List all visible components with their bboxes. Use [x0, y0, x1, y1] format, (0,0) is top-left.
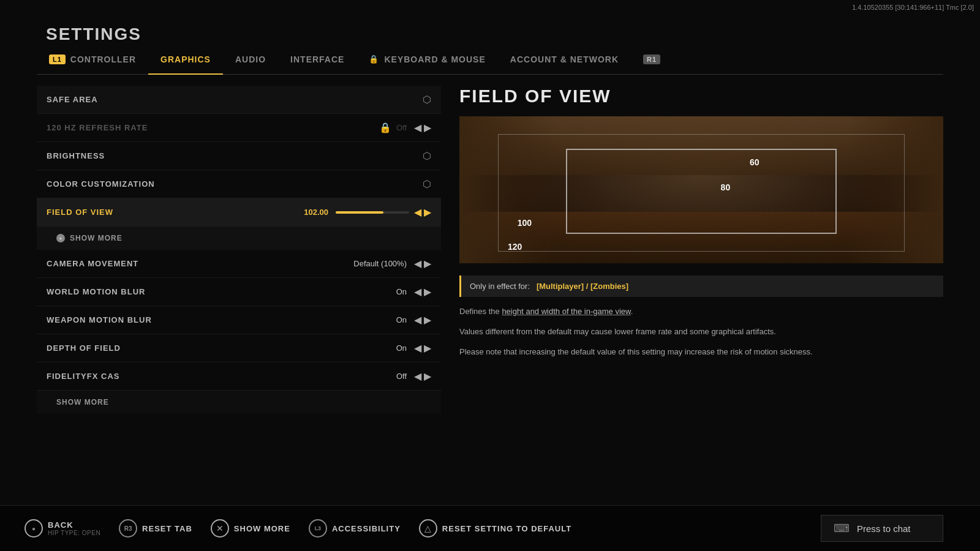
detail-description-1: Defines the height and width of the in-g…	[459, 305, 943, 318]
fidelityfx-cas-left-arrow[interactable]: ◀	[414, 370, 421, 382]
setting-row-world-motion-blur[interactable]: WORLD MOTION BLUR On ◀ ▶	[37, 278, 441, 306]
desc1-suffix: .	[631, 307, 633, 316]
detail-title: FIELD OF VIEW	[459, 86, 943, 107]
back-label: BACK	[48, 520, 100, 530]
world-motion-blur-value: On	[396, 287, 407, 296]
brightness-label: BRIGHTNESS	[47, 151, 423, 160]
weapon-motion-blur-arrows[interactable]: ◀ ▶	[414, 314, 431, 326]
setting-row-refresh-rate[interactable]: 120 HZ REFRESH RATE 🔒 Off ◀ ▶	[37, 114, 441, 142]
fidelityfx-cas-arrows[interactable]: ◀ ▶	[414, 370, 431, 382]
field-of-view-slider-container[interactable]	[336, 211, 409, 214]
tab-graphics[interactable]: GRAPHICS	[148, 44, 223, 75]
fov-label-100: 100	[518, 218, 532, 228]
show-more-btn-symbol: ✕	[216, 523, 224, 533]
weapon-motion-blur-label: WEAPON MOTION BLUR	[47, 315, 396, 324]
chat-keyboard-icon: ⌨	[834, 522, 850, 535]
accessibility-label: ACCESSIBILITY	[332, 524, 401, 533]
accessibility-action[interactable]: L3 ACCESSIBILITY	[309, 519, 401, 538]
show-more-bottom[interactable]: SHOW MORE	[37, 391, 441, 414]
fov-label-120: 120	[508, 242, 522, 252]
tab-keyboard[interactable]: 🔒 KEYBOARD & MOUSE	[356, 44, 497, 75]
reset-tab-button-icon[interactable]: R3	[119, 519, 137, 538]
page-title: SETTINGS	[46, 24, 141, 44]
reset-tab-action[interactable]: R3 RESET TAB	[119, 519, 192, 538]
back-sub-label: HIP TYPE: OPEN	[48, 530, 100, 536]
field-of-view-arrows[interactable]: ◀ ▶	[414, 206, 431, 218]
press-to-chat[interactable]: ⌨ Press to chat	[821, 515, 943, 542]
detail-note-prefix: Only in effect for:	[470, 282, 530, 291]
depth-of-field-right-arrow[interactable]: ▶	[424, 342, 431, 354]
world-motion-blur-right-arrow[interactable]: ▶	[424, 286, 431, 298]
detail-note: Only in effect for: [Multiplayer] / [Zom…	[459, 276, 943, 297]
field-of-view-right-arrow[interactable]: ▶	[424, 206, 431, 218]
tab-interface[interactable]: INTERFACE	[278, 44, 356, 75]
tab-graphics-label: GRAPHICS	[160, 54, 211, 64]
field-of-view-value: 102.00	[304, 208, 328, 217]
accessibility-btn-symbol: L3	[315, 525, 322, 531]
reset-default-action[interactable]: △ RESET SETTING TO DEFAULT	[419, 519, 571, 538]
show-more-button-icon[interactable]: ✕	[211, 519, 229, 538]
refresh-rate-value: Off	[396, 123, 407, 132]
world-motion-blur-arrows[interactable]: ◀ ▶	[414, 286, 431, 298]
weapon-motion-blur-value: On	[396, 315, 407, 324]
show-more-label-2: SHOW MORE	[56, 398, 109, 407]
depth-of-field-left-arrow[interactable]: ◀	[414, 342, 421, 354]
fov-preview: 60 80 100 120	[459, 116, 943, 263]
reset-tab-btn-symbol: R3	[124, 525, 132, 532]
detail-description-3: Please note that increasing the default …	[459, 346, 943, 359]
desc1-link: height and width of the in-game view	[502, 307, 630, 316]
back-button-icon[interactable]: ●	[24, 519, 43, 538]
depth-of-field-value: On	[396, 343, 407, 353]
color-customization-label: COLOR CUSTOMIZATION	[47, 179, 423, 189]
tab-interface-label: INTERFACE	[290, 54, 344, 64]
setting-row-camera-movement[interactable]: CAMERA MOVEMENT Default (100%) ◀ ▶	[37, 250, 441, 278]
refresh-rate-arrows[interactable]: ◀ ▶	[414, 122, 431, 133]
brightness-external-icon: ⬡	[423, 150, 431, 162]
reset-default-button-icon[interactable]: △	[419, 519, 437, 538]
camera-movement-arrows[interactable]: ◀ ▶	[414, 258, 431, 269]
field-of-view-slider-fill	[336, 211, 383, 214]
field-of-view-left-arrow[interactable]: ◀	[414, 206, 421, 218]
depth-of-field-arrows[interactable]: ◀ ▶	[414, 342, 431, 354]
tab-audio[interactable]: AUDIO	[223, 44, 278, 75]
accessibility-button-icon[interactable]: L3	[309, 519, 327, 538]
tab-account[interactable]: ACCOUNT & NETWORK	[498, 44, 631, 75]
field-of-view-label: FIELD OF VIEW	[47, 208, 304, 217]
reset-tab-label: RESET TAB	[142, 524, 192, 533]
setting-row-color-customization[interactable]: COLOR CUSTOMIZATION ⬡	[37, 170, 441, 198]
setting-row-fidelityfx-cas[interactable]: FIDELITYFX CAS Off ◀ ▶	[37, 362, 441, 391]
setting-row-weapon-motion-blur[interactable]: WEAPON MOTION BLUR On ◀ ▶	[37, 306, 441, 334]
main-content: SAFE AREA ⬡ 120 HZ REFRESH RATE 🔒 Off ◀ …	[37, 86, 943, 502]
world-motion-blur-left-arrow[interactable]: ◀	[414, 286, 421, 298]
show-more-action[interactable]: ✕ SHOW MORE	[211, 519, 290, 538]
setting-row-brightness[interactable]: BRIGHTNESS ⬡	[37, 142, 441, 170]
bottom-bar: ● BACK HIP TYPE: OPEN R3 RESET TAB ✕ SHO…	[0, 505, 980, 551]
show-more-action-label: SHOW MORE	[234, 524, 290, 533]
version-info: 1.4.10520355 [30:141:966+11] Tmc [2.0]	[852, 4, 974, 11]
weapon-motion-blur-right-arrow[interactable]: ▶	[424, 314, 431, 326]
setting-row-depth-of-field[interactable]: DEPTH OF FIELD On ◀ ▶	[37, 334, 441, 362]
weapon-motion-blur-left-arrow[interactable]: ◀	[414, 314, 421, 326]
settings-list: SAFE AREA ⬡ 120 HZ REFRESH RATE 🔒 Off ◀ …	[37, 86, 441, 502]
back-action[interactable]: ● BACK HIP TYPE: OPEN	[24, 519, 100, 538]
refresh-rate-lock-icon: 🔒	[379, 122, 391, 133]
field-of-view-slider-track[interactable]	[336, 211, 409, 214]
setting-row-field-of-view[interactable]: FIELD OF VIEW 102.00 ◀ ▶	[37, 198, 441, 227]
press-to-chat-label: Press to chat	[857, 523, 911, 534]
refresh-rate-left-arrow[interactable]: ◀	[414, 122, 421, 133]
fidelityfx-cas-right-arrow[interactable]: ▶	[424, 370, 431, 382]
setting-row-safe-area[interactable]: SAFE AREA ⬡	[37, 86, 441, 114]
camera-movement-left-arrow[interactable]: ◀	[414, 258, 421, 269]
reset-default-btn-symbol: △	[424, 523, 431, 533]
tab-r1-badge[interactable]: R1	[631, 44, 673, 75]
fov-label-80: 80	[721, 182, 731, 192]
detail-panel: FIELD OF VIEW 60 80 100 120 Only in effe	[459, 86, 943, 502]
show-more-fov[interactable]: ● SHOW MORE	[37, 227, 441, 250]
camera-movement-value: Default (100%)	[353, 259, 407, 268]
color-customization-external-icon: ⬡	[423, 178, 431, 190]
fov-label-60: 60	[750, 157, 760, 167]
camera-movement-right-arrow[interactable]: ▶	[424, 258, 431, 269]
refresh-rate-right-arrow[interactable]: ▶	[424, 122, 431, 133]
tab-l1-badge[interactable]: L1 CONTROLLER	[37, 44, 148, 75]
safe-area-label: SAFE AREA	[47, 95, 423, 104]
